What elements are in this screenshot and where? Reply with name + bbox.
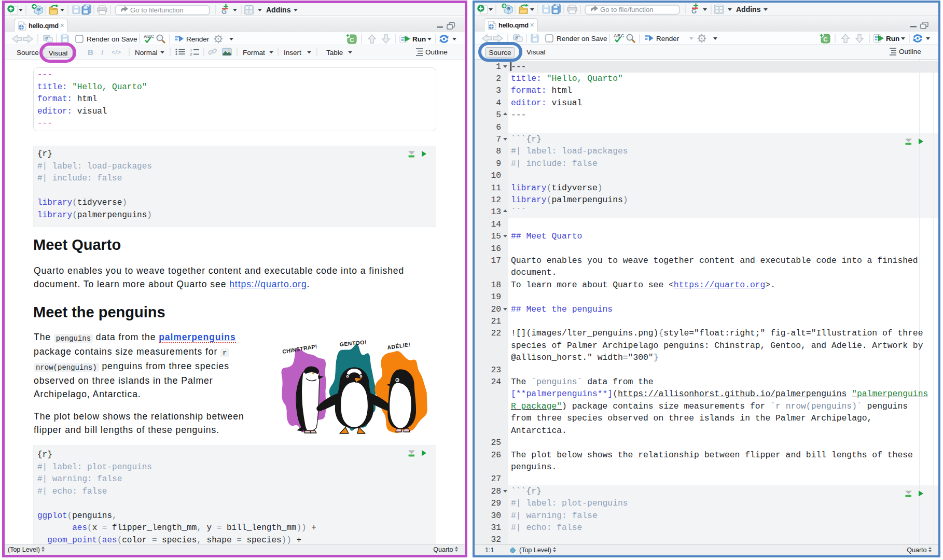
svg-text:C: C [350, 37, 354, 43]
svg-text:R: R [507, 6, 511, 11]
svg-text:ADÉLIE!: ADÉLIE! [387, 341, 411, 351]
svg-text:Visual: Visual [526, 48, 546, 56]
svg-text:Render: Render [186, 35, 210, 43]
svg-text:Run: Run [886, 35, 899, 43]
svg-text:Render on Save: Render on Save [87, 35, 137, 43]
svg-text:Format: Format [243, 49, 265, 57]
svg-text:GENTOO!: GENTOO! [339, 339, 367, 347]
svg-text:Render: Render [656, 35, 679, 43]
svg-text:C: C [823, 36, 827, 43]
svg-text:Outline: Outline [425, 48, 448, 56]
svg-text:Addins: Addins [736, 5, 761, 13]
svg-text:Source: Source [17, 49, 39, 57]
svg-text:ABC: ABC [144, 34, 155, 39]
svg-text:Table: Table [326, 49, 343, 57]
svg-text:ABC: ABC [614, 33, 625, 38]
svg-text:</>: </> [112, 49, 121, 56]
svg-text:Go to file/function: Go to file/function [600, 6, 654, 13]
svg-text:Go to file/function: Go to file/function [130, 6, 184, 14]
svg-text:Normal: Normal [135, 49, 158, 57]
svg-text:I: I [101, 48, 103, 57]
svg-text:Outline: Outline [899, 48, 921, 55]
svg-text:Run: Run [412, 35, 426, 43]
svg-text:Addins: Addins [266, 6, 291, 14]
svg-text:Insert: Insert [284, 49, 301, 57]
svg-text:B: B [88, 48, 93, 57]
svg-text:2: 2 [190, 52, 192, 57]
svg-text:Render on Save: Render on Save [557, 35, 607, 43]
svg-text:R: R [37, 7, 41, 12]
